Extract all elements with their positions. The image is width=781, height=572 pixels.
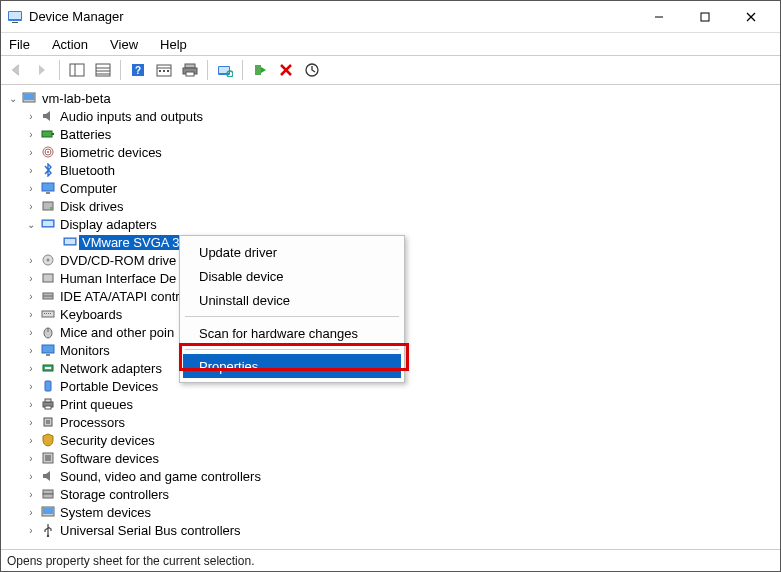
forward-button[interactable] <box>31 59 53 81</box>
update-driver-button[interactable] <box>301 59 323 81</box>
tree-item-usb[interactable]: ›Universal Serial Bus controllers <box>3 521 778 539</box>
svg-rect-68 <box>45 455 51 461</box>
expand-icon[interactable]: › <box>23 147 39 158</box>
tree-item-disk[interactable]: ›Disk drives <box>3 197 778 215</box>
svg-rect-52 <box>46 313 47 314</box>
help-button[interactable]: ? <box>127 59 149 81</box>
svg-rect-54 <box>50 313 51 314</box>
context-uninstall-device[interactable]: Uninstall device <box>183 288 401 312</box>
tree-item-display-adapters[interactable]: ⌄Display adapters <box>3 215 778 233</box>
display-adapter-icon <box>39 216 57 232</box>
toolbar-separator <box>120 60 121 80</box>
svg-rect-38 <box>46 192 50 194</box>
svg-rect-70 <box>43 494 53 498</box>
tree-item-bluetooth[interactable]: ›Bluetooth <box>3 161 778 179</box>
device-tree-pane[interactable]: ⌄ vm-lab-beta ›Audio inputs and outputs … <box>1 85 780 549</box>
context-separator <box>185 316 399 317</box>
context-scan-hardware[interactable]: Scan for hardware changes <box>183 321 401 345</box>
tree-item-printqueues[interactable]: ›Print queues <box>3 395 778 413</box>
properties-view-button[interactable] <box>92 59 114 81</box>
svg-rect-32 <box>42 131 52 137</box>
expand-icon[interactable]: › <box>23 111 39 122</box>
svg-rect-51 <box>44 313 45 314</box>
menu-file[interactable]: File <box>5 35 34 54</box>
maximize-button[interactable] <box>682 2 728 32</box>
tree-root[interactable]: ⌄ vm-lab-beta <box>3 89 778 107</box>
svg-rect-66 <box>46 420 50 424</box>
usb-icon <box>39 522 57 538</box>
titlebar: Device Manager <box>1 1 780 33</box>
menu-view[interactable]: View <box>106 35 142 54</box>
collapse-icon[interactable]: ⌄ <box>23 219 39 230</box>
computer-icon <box>21 90 39 106</box>
svg-rect-60 <box>45 367 51 369</box>
svg-text:?: ? <box>135 65 141 76</box>
context-disable-device[interactable]: Disable device <box>183 264 401 288</box>
expand-icon[interactable]: › <box>23 471 39 482</box>
svg-rect-17 <box>159 70 161 72</box>
svg-point-40 <box>50 207 52 209</box>
expand-icon[interactable]: › <box>23 291 39 302</box>
expand-icon[interactable]: › <box>23 399 39 410</box>
close-button[interactable] <box>728 2 774 32</box>
expand-icon[interactable]: › <box>23 525 39 536</box>
keyboard-icon <box>39 306 57 322</box>
expand-icon[interactable]: › <box>23 309 39 320</box>
svg-point-36 <box>47 151 49 153</box>
svg-rect-44 <box>65 239 75 244</box>
expand-icon[interactable]: › <box>23 327 39 338</box>
expand-icon[interactable]: › <box>23 201 39 212</box>
tree-item-storage[interactable]: ›Storage controllers <box>3 485 778 503</box>
ide-icon <box>39 288 57 304</box>
expand-icon[interactable]: › <box>23 129 39 140</box>
expand-icon[interactable]: › <box>23 345 39 356</box>
shield-icon <box>39 432 57 448</box>
tree-item-computer[interactable]: ›Computer <box>3 179 778 197</box>
uninstall-device-button[interactable] <box>275 59 297 81</box>
expand-icon[interactable]: › <box>23 453 39 464</box>
expand-icon[interactable]: › <box>23 363 39 374</box>
tree-item-audio[interactable]: ›Audio inputs and outputs <box>3 107 778 125</box>
enable-device-button[interactable] <box>249 59 271 81</box>
collapse-icon[interactable]: ⌄ <box>5 93 21 104</box>
svg-rect-1 <box>9 12 21 19</box>
tree-item-batteries[interactable]: ›Batteries <box>3 125 778 143</box>
svg-rect-63 <box>45 399 51 402</box>
back-button[interactable] <box>5 59 27 81</box>
menu-help[interactable]: Help <box>156 35 191 54</box>
system-icon <box>39 504 57 520</box>
minimize-button[interactable] <box>636 2 682 32</box>
print-icon[interactable] <box>179 59 201 81</box>
expand-icon[interactable]: › <box>23 489 39 500</box>
disc-icon <box>39 252 57 268</box>
battery-icon <box>39 126 57 142</box>
tree-item-security[interactable]: ›Security devices <box>3 431 778 449</box>
scan-hardware-button[interactable] <box>214 59 236 81</box>
tree-item-system[interactable]: ›System devices <box>3 503 778 521</box>
tree-item-biometric[interactable]: ›Biometric devices <box>3 143 778 161</box>
expand-icon[interactable]: › <box>23 435 39 446</box>
svg-rect-2 <box>12 22 18 23</box>
context-properties[interactable]: Properties <box>183 354 401 378</box>
hid-icon <box>39 270 57 286</box>
context-update-driver[interactable]: Update driver <box>183 240 401 264</box>
context-separator <box>185 349 399 350</box>
expand-icon[interactable]: › <box>23 417 39 428</box>
svg-point-73 <box>47 535 49 537</box>
tree-item-sound[interactable]: ›Sound, video and game controllers <box>3 467 778 485</box>
show-hide-tree-button[interactable] <box>66 59 88 81</box>
expand-icon[interactable]: › <box>23 381 39 392</box>
calendar-icon[interactable] <box>153 59 175 81</box>
expand-icon[interactable]: › <box>23 165 39 176</box>
expand-icon[interactable]: › <box>23 273 39 284</box>
tree-item-software[interactable]: ›Software devices <box>3 449 778 467</box>
context-menu: Update driver Disable device Uninstall d… <box>179 235 405 383</box>
tree-item-processors[interactable]: ›Processors <box>3 413 778 431</box>
expand-icon[interactable]: › <box>23 507 39 518</box>
menu-action[interactable]: Action <box>48 35 92 54</box>
svg-rect-47 <box>43 274 53 282</box>
monitor-icon <box>39 342 57 358</box>
expand-icon[interactable]: › <box>23 183 39 194</box>
toolbar-separator <box>59 60 60 80</box>
expand-icon[interactable]: › <box>23 255 39 266</box>
